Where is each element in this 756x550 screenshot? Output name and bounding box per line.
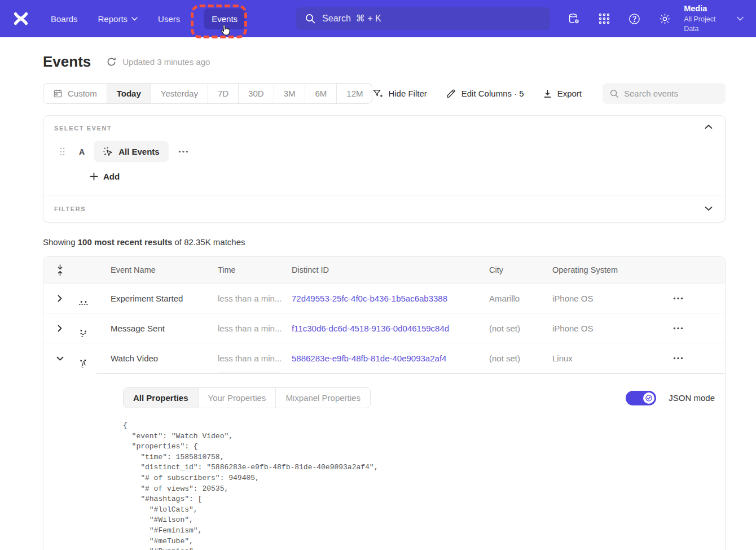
plus-icon (90, 172, 98, 181)
nav-item-events[interactable]: Events (204, 8, 245, 29)
table-row[interactable]: Experiment Started less than a min... 72… (43, 283, 725, 313)
header-os[interactable]: Operating System (552, 265, 673, 274)
time-cell: less than a min... (218, 324, 292, 333)
date-range-yesterday[interactable]: Yesterday (151, 84, 208, 103)
city-cell: (not set) (489, 324, 552, 333)
date-range-picker: Custom Today Yesterday 7D 30D 3M 6M 12M (43, 83, 372, 104)
header-time[interactable]: Time (218, 265, 292, 274)
expand-row-chevron-right-icon[interactable] (43, 295, 76, 302)
search-events-field[interactable] (603, 83, 726, 104)
hide-filter-button[interactable]: Hide Filter (372, 89, 427, 99)
search-events-input[interactable] (624, 89, 717, 98)
project-scope: All Project Data (684, 15, 729, 34)
properties-tabs: All Properties Your Properties Mixpanel … (123, 387, 371, 408)
mixpanel-logo-icon[interactable] (12, 10, 29, 27)
check-icon (645, 395, 652, 401)
collapse-row-chevron-down-icon[interactable] (43, 356, 76, 361)
export-button[interactable]: Export (543, 89, 582, 99)
refresh-icon[interactable] (106, 56, 117, 67)
chevron-down-icon (131, 17, 138, 21)
add-event-button[interactable]: Add (90, 172, 120, 181)
tab-mixpanel-properties[interactable]: Mixpanel Properties (276, 388, 370, 408)
updated-timestamp: Updated 3 minutes ago (122, 57, 210, 67)
project-name: Media (684, 3, 729, 15)
filters-label: FILTERS (54, 206, 86, 212)
results-count: 100 most recent results (78, 237, 173, 247)
time-cell: less than a min... (218, 353, 292, 363)
event-row-letter: A (79, 147, 85, 156)
event-name-cell: Experiment Started (111, 294, 218, 303)
event-detail-panel: All Properties Your Properties Mixpanel … (96, 373, 725, 550)
user-avatar[interactable] (76, 296, 111, 311)
date-range-7d[interactable]: 7D (208, 84, 239, 103)
date-range-today[interactable]: Today (107, 84, 151, 103)
distinct-id-link[interactable]: f11c30d6-dc6d-4518-9136-0d046159c84d (292, 324, 449, 333)
apps-grid-icon[interactable] (598, 12, 610, 25)
help-icon[interactable] (628, 12, 641, 25)
event-name-cell: Watch Video (111, 353, 218, 363)
select-event-label: SELECT EVENT (54, 125, 714, 132)
date-range-30d[interactable]: 30D (239, 84, 274, 103)
event-selector-chip[interactable]: All Events (94, 141, 169, 162)
filters-section-header[interactable]: FILTERS (43, 195, 725, 222)
table-header-row: Event Name Time Distinct ID City Operati… (43, 257, 725, 283)
date-range-3m[interactable]: 3M (274, 84, 306, 103)
events-table: Event Name Time Distinct ID City Operati… (43, 256, 726, 550)
edit-columns-button[interactable]: Edit Columns · 5 (446, 88, 524, 99)
toggle-knob (643, 392, 654, 404)
json-mode-toggle[interactable] (626, 391, 656, 405)
date-range-6m[interactable]: 6M (305, 84, 337, 103)
row-actions-icon[interactable] (673, 327, 688, 330)
distinct-id-link[interactable]: 5886283e-e9fb-48fb-81de-40e9093a2af4 (292, 353, 446, 363)
date-range-12m[interactable]: 12M (337, 84, 372, 103)
os-cell: iPhone OS (552, 294, 673, 303)
header-city[interactable]: City (489, 265, 552, 274)
date-range-custom[interactable]: Custom (43, 84, 107, 103)
event-more-options-icon[interactable] (178, 150, 188, 153)
city-cell: Amarillo (489, 294, 552, 303)
user-avatar[interactable] (76, 326, 111, 341)
search-icon (610, 89, 619, 98)
results-summary: Showing 100 most recent results of 82.35… (43, 237, 726, 247)
data-management-icon[interactable] (568, 12, 581, 25)
row-actions-icon[interactable] (673, 297, 688, 300)
user-avatar[interactable] (76, 356, 111, 370)
drag-handle-icon[interactable] (59, 147, 65, 156)
settings-gear-icon[interactable] (658, 12, 671, 25)
json-mode-label: JSON mode (669, 393, 715, 403)
header-distinct-id[interactable]: Distinct ID (292, 265, 489, 274)
global-search-input[interactable] (322, 14, 514, 24)
search-icon (305, 14, 315, 24)
table-row-expanded[interactable]: Watch Video less than a min... 5886283e-… (43, 343, 725, 373)
table-row[interactable]: Message Sent less than a min... f11c30d6… (43, 313, 725, 343)
project-chevron-down-icon[interactable] (737, 16, 744, 21)
row-actions-icon[interactable] (673, 357, 688, 360)
nav-item-reports[interactable]: Reports (98, 14, 138, 24)
filter-funnel-icon (372, 89, 383, 99)
collapse-section-chevron-up-icon[interactable] (705, 124, 713, 129)
city-cell: (not set) (489, 353, 552, 363)
nav-item-users[interactable]: Users (158, 14, 180, 24)
query-builder-card: SELECT EVENT A All Events (43, 115, 726, 222)
sort-icon[interactable] (43, 264, 76, 276)
download-icon (543, 89, 552, 99)
event-name-cell: Message Sent (111, 324, 218, 333)
event-sparkle-cursor-icon (103, 146, 113, 157)
nav-item-boards[interactable]: Boards (51, 14, 78, 24)
pencil-icon (446, 88, 456, 99)
time-column-divider (218, 373, 281, 373)
top-navbar: Boards Reports Users Events (0, 0, 756, 37)
global-search[interactable] (296, 7, 550, 30)
page-title: Events (43, 53, 91, 71)
time-cell: less than a min... (218, 294, 292, 303)
header-event-name[interactable]: Event Name (111, 265, 218, 274)
expand-row-chevron-right-icon[interactable] (43, 325, 76, 332)
tab-all-properties[interactable]: All Properties (124, 388, 199, 408)
os-cell: iPhone OS (552, 324, 673, 333)
tab-your-properties[interactable]: Your Properties (199, 388, 276, 408)
expand-filters-chevron-down-icon[interactable] (705, 206, 713, 211)
project-switcher[interactable]: Media All Project Data (684, 3, 729, 33)
distinct-id-link[interactable]: 72d49553-25fc-4f0c-b436-1b5ac6ab3388 (292, 294, 447, 303)
event-json-viewer[interactable]: { "event": "Watch Video", "properties": … (123, 421, 715, 550)
calendar-icon (53, 89, 63, 98)
